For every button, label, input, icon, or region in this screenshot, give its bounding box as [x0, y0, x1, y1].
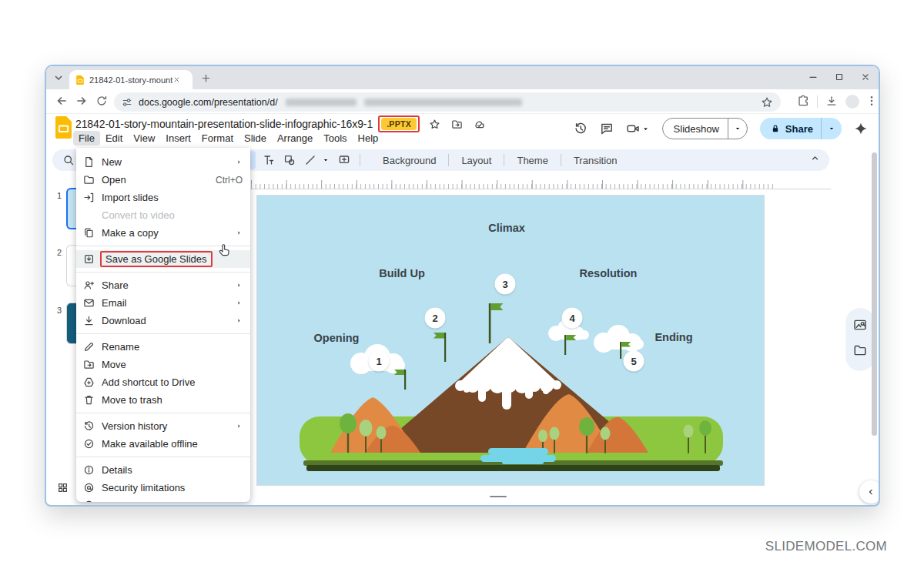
menu-item-import-slides[interactable]: Import slides [76, 189, 250, 206]
chevron-down-icon[interactable] [641, 125, 650, 133]
menu-insert[interactable]: Insert [160, 131, 196, 146]
toolbar-icons [263, 154, 350, 166]
menu-item-details[interactable]: Details [76, 461, 250, 479]
share-label[interactable]: Share [781, 123, 821, 135]
menu-item-add-shortcut-to-drive[interactable]: Add shortcut to Drive [76, 373, 250, 391]
slide-number: 3 [46, 303, 62, 315]
share-button[interactable]: Share [760, 118, 842, 139]
window-close-icon[interactable] [860, 72, 871, 82]
menu-item-label: Open [102, 174, 126, 186]
insert-comment-icon[interactable] [338, 154, 350, 166]
menu-item-open[interactable]: OpenCtrl+O [76, 171, 250, 189]
menu-item-rename[interactable]: Rename [76, 338, 250, 356]
menu-item-language[interactable]: Language [76, 497, 250, 502]
menu-item-label: Version history [102, 420, 167, 432]
profile-avatar[interactable] [845, 95, 859, 109]
reload-icon[interactable] [95, 95, 108, 107]
menu-item-make-available-offline[interactable]: Make available offline [76, 435, 250, 453]
url-bar[interactable]: docs.google.com/presentation/d/ [114, 92, 781, 112]
slide-thumbnail-1[interactable] [66, 188, 76, 229]
shape-icon[interactable] [283, 154, 296, 166]
share-dropdown[interactable] [821, 118, 842, 139]
folder-icon[interactable] [853, 343, 867, 357]
browser-window: 21842-01-story-mountain-pres docs.google… [45, 65, 880, 507]
slideshow-label[interactable]: Slideshow [663, 123, 728, 135]
transition-button[interactable]: Transition [564, 151, 628, 170]
menu-item-label: Make available offline [102, 438, 198, 450]
line-icon[interactable] [304, 154, 316, 166]
menu-item-email[interactable]: Email [76, 294, 250, 312]
star-document-icon[interactable] [429, 119, 440, 130]
menu-view[interactable]: View [128, 131, 160, 146]
menu-tools[interactable]: Tools [318, 131, 352, 146]
comments-icon[interactable] [600, 122, 614, 135]
document-status-cloud-icon[interactable] [474, 119, 485, 130]
browser-menu-icon[interactable] [865, 95, 878, 107]
site-settings-icon[interactable] [122, 97, 132, 108]
cursor-pointer [217, 243, 233, 259]
slide-number: 2 [46, 245, 62, 257]
image-search-icon[interactable] [853, 318, 867, 332]
slideshow-dropdown[interactable] [728, 119, 747, 139]
collapse-toolbar-icon[interactable] [810, 153, 820, 163]
pptx-annotation-box: .PPTX [378, 115, 420, 132]
menu-item-convert-to-video[interactable]: Convert to video [76, 206, 250, 224]
menu-item-make-a-copy[interactable]: Make a copy [76, 224, 250, 242]
slideshow-button[interactable]: Slideshow [662, 118, 748, 139]
grid-view-icon[interactable] [57, 482, 69, 493]
video-camera-icon[interactable] [626, 122, 640, 135]
theme-button[interactable]: Theme [507, 151, 557, 170]
notes-resize-handle[interactable] [490, 496, 507, 497]
move-document-icon[interactable] [451, 119, 463, 130]
menu-item-label: Share [102, 279, 129, 291]
chevron-down-icon [734, 125, 742, 132]
meet-controls[interactable] [626, 122, 650, 135]
menubar: FileEditViewInsertFormatSlideArrangeTool… [73, 131, 383, 146]
tab-search-icon[interactable] [52, 72, 65, 84]
browser-tab[interactable]: 21842-01-story-mountain-pres [69, 70, 192, 89]
menu-item-security-limitations[interactable]: Security limitations [76, 479, 250, 497]
menu-help[interactable]: Help [353, 131, 384, 146]
slide-thumbnail-2[interactable] [66, 245, 76, 286]
slides-logo[interactable] [55, 116, 72, 142]
maximize-icon[interactable] [834, 72, 845, 82]
slide-canvas[interactable]: 12345 OpeningBuild UpClimaxResolutionEnd… [256, 195, 765, 486]
menu-item-new[interactable]: New [76, 153, 250, 171]
step-number-2: 2 [432, 313, 437, 324]
version-history-icon[interactable] [574, 122, 588, 135]
back-icon[interactable] [55, 95, 68, 107]
download-icon [83, 315, 95, 326]
layout-button[interactable]: Layout [451, 151, 501, 170]
forward-icon[interactable] [75, 95, 88, 107]
background-button[interactable]: Background [373, 151, 446, 170]
menu-item-label: Move [102, 359, 126, 370]
search-menus-icon[interactable] [62, 154, 75, 166]
menu-edit[interactable]: Edit [100, 131, 128, 146]
submenu-arrow-icon [236, 159, 243, 166]
extensions-icon[interactable] [797, 95, 809, 107]
bookmark-star-icon[interactable] [761, 96, 773, 109]
tab-close-icon[interactable] [172, 75, 181, 84]
text-box-icon[interactable] [263, 154, 275, 166]
menu-item-move-to-trash[interactable]: Move to trash [76, 391, 250, 409]
menu-file[interactable]: File [73, 131, 100, 146]
menu-arrange[interactable]: Arrange [272, 131, 318, 146]
chevron-down-icon[interactable] [322, 156, 330, 164]
new-tab-icon[interactable] [200, 72, 212, 84]
menu-slide[interactable]: Slide [239, 131, 272, 146]
menu-scrollbar[interactable] [872, 152, 877, 436]
minimize-icon[interactable] [808, 72, 819, 82]
menu-format[interactable]: Format [196, 131, 239, 146]
slide-thumbnail-3[interactable] [66, 303, 76, 344]
save-box-icon [83, 253, 95, 265]
menu-item-version-history[interactable]: Version history [76, 417, 250, 435]
new-doc-icon [83, 156, 95, 168]
menu-item-download[interactable]: Download [76, 312, 250, 329]
menu-item-share[interactable]: Share [76, 276, 250, 294]
gemini-sparkle-icon[interactable] [854, 122, 868, 135]
hide-side-panel-button[interactable] [859, 480, 880, 503]
downloads-icon[interactable] [825, 95, 838, 107]
slide-label-ending: Ending [654, 331, 692, 343]
document-title[interactable]: 21842-01-story-mountain-presentation-sli… [75, 118, 373, 130]
menu-item-move[interactable]: Move [76, 356, 250, 373]
